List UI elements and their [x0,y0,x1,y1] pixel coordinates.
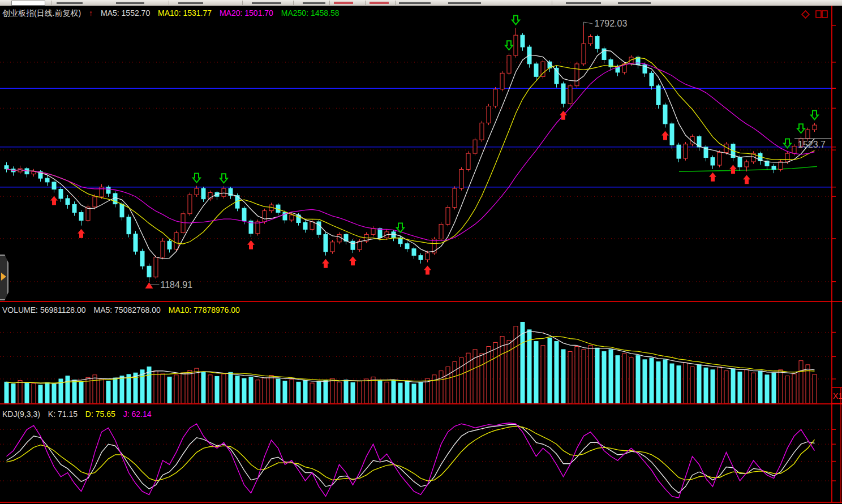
buy-signal-arrow [78,229,85,238]
volume-bar [195,368,199,403]
ma20-value: MA20: 1501.70 [220,8,273,18]
candle-up [330,242,334,252]
volume-bar [636,356,640,403]
volume-bar [11,384,15,403]
volume-bar [555,342,559,403]
candle-down [79,213,83,221]
candle-up [426,253,429,260]
volume-bar [32,384,36,403]
candle-up [310,222,314,229]
volume-bar [792,374,796,403]
volume-bar [493,342,497,403]
volume-bar [167,377,171,403]
volume-bar [663,360,667,403]
volume-bar [269,376,273,403]
volume-bar [113,378,117,403]
volume-bar [100,379,104,403]
volume-bar [643,360,647,403]
diamond-icon[interactable] [800,9,810,19]
kdj-d-value: D: 75.65 [85,410,115,419]
volume-bar [18,381,22,403]
restore-window-icon[interactable] [815,9,828,19]
volume-scale-label: X1 [833,391,842,400]
candle-up [480,123,484,140]
volume-bar [235,376,239,403]
candle-down [521,35,525,47]
volume-bar [595,348,599,403]
volume-bar [215,376,219,403]
volume-bar [317,381,321,403]
candle-up [93,197,97,207]
candle-up [684,144,688,158]
candle-up [439,224,443,239]
chart-canvas[interactable]: 1523.71792.031184.91 [0,0,842,504]
volume-ma10-value: MA10: 77878976.00 [169,305,240,315]
sell-signal-arrow [784,139,791,148]
high-annotation: 1792.03 [595,19,628,28]
candle-up [588,36,592,44]
volume-bar [161,374,165,403]
candle-up [290,215,294,220]
candle-down [738,158,742,167]
volume-bar [602,352,606,403]
volume-bar [622,354,626,403]
sell-signal-arrow [505,41,513,50]
last-price-label: 1523.7 [798,140,826,149]
volume-bar [738,372,742,403]
kdj-k-line [7,425,815,493]
volume-bar [487,347,491,403]
volume-bar [208,375,212,403]
volume-bar [432,375,436,403]
volume-bar [568,352,572,403]
sell-signal-arrow [512,15,519,24]
volume-bar [297,382,300,403]
candle-up [792,146,796,153]
ma250-value: MA250: 1458.58 [281,8,340,18]
candle-down [405,244,409,249]
sell-signal-arrow [811,110,818,119]
volume-bar [785,376,789,403]
volume-bar [697,365,701,403]
kdj-d-line [7,427,815,481]
sell-signal-arrow [797,124,805,133]
candle-down [201,188,205,199]
volume-bar [541,346,545,403]
volume-bar [283,381,287,403]
candle-up [514,35,518,55]
candle-up [785,153,789,162]
volume-bar [439,371,443,403]
candle-up [507,55,511,73]
candle-down [595,36,599,49]
volume-bar [351,382,355,403]
volume-bar [446,367,450,403]
candle-up [575,64,579,86]
volume-bar [772,373,776,403]
candle-down [378,229,382,238]
volume-bar [650,358,654,403]
volume-bar [779,370,783,403]
volume-bar [310,383,314,403]
volume-bar [548,338,552,403]
candle-down [663,105,667,124]
sidebar-expand-handle[interactable] [0,255,8,300]
volume-bar [813,374,817,403]
candle-up [86,207,90,221]
volume-bar [52,384,56,403]
high-pointer-line [584,22,593,25]
candle-down [25,169,29,174]
volume-bar [616,356,620,403]
low-annotation: 1184.91 [161,280,193,290]
volume-bar [127,374,131,403]
candle-down [561,84,565,104]
candle-up [582,44,586,64]
candle-down [45,178,49,182]
volume-bar [758,371,762,403]
kdj-params: KDJ(9,3,3) [2,410,40,419]
candle-down [303,222,307,229]
candle-down [72,204,76,212]
candle-down [772,166,776,169]
candle-down [140,251,144,266]
volume-bar [120,376,124,403]
candle-down [127,217,131,234]
volume-bar [5,382,8,403]
